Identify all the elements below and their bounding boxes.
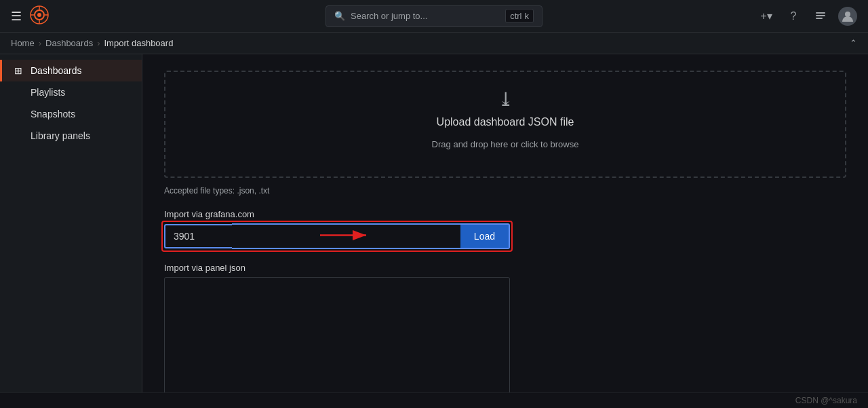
panel-json-label: Import via panel json xyxy=(164,263,846,273)
search-icon: 🔍 xyxy=(334,11,345,21)
sidebar-label-snapshots: Snapshots xyxy=(31,109,75,119)
sidebar: ⊞ Dashboards Playlists Snapshots Library… xyxy=(0,54,142,392)
kbd-modifier: ctrl xyxy=(510,11,521,21)
import-grafana-label: Import via grafana.com xyxy=(164,209,846,219)
topnav: ☰ 🔍 Search or jump to... ctrl k + ▾ ? xyxy=(0,0,868,33)
upload-dropzone[interactable]: ⤓ Upload dashboard JSON file Drag and dr… xyxy=(164,71,846,178)
help-icon[interactable]: ? xyxy=(784,7,803,26)
breadcrumb-sep-2: › xyxy=(97,38,100,48)
sidebar-label-library-panels: Library panels xyxy=(31,130,90,141)
svg-rect-8 xyxy=(816,15,825,16)
upload-title: Upload dashboard JSON file xyxy=(437,116,574,128)
import-load-button[interactable]: Load xyxy=(460,223,510,249)
sidebar-label-dashboards: Dashboards xyxy=(31,65,82,76)
upload-subtitle: Drag and drop here or click to browse xyxy=(432,139,579,149)
import-grafana-input[interactable] xyxy=(164,224,232,248)
plus-button[interactable]: + ▾ xyxy=(757,7,776,26)
sidebar-label-playlists: Playlists xyxy=(31,87,65,98)
panel-json-textarea[interactable] xyxy=(164,277,510,392)
search-kbd: ctrl k xyxy=(505,9,534,23)
news-icon[interactable] xyxy=(811,7,830,26)
import-grafana-section: Import via grafana.com xyxy=(164,209,846,249)
search-placeholder: Search or jump to... xyxy=(351,11,427,21)
svg-rect-9 xyxy=(816,18,823,19)
user-avatar[interactable] xyxy=(838,7,857,26)
sidebar-item-library-panels[interactable]: Library panels xyxy=(0,125,142,147)
kbd-key: k xyxy=(525,11,530,21)
accepted-types-text: Accepted file types: .json, .txt xyxy=(164,186,846,196)
upload-arrow-icon: ⤓ xyxy=(498,88,513,111)
breadcrumb-current: Import dashboard xyxy=(104,38,173,48)
grafana-logo[interactable] xyxy=(30,5,49,26)
footer-text: CSDN @^sakura xyxy=(795,396,857,405)
hamburger-menu[interactable]: ☰ xyxy=(11,9,22,24)
dashboards-icon: ⊞ xyxy=(13,65,24,76)
import-grafana-row: Load xyxy=(164,223,510,249)
footer: CSDN @^sakura xyxy=(0,392,868,408)
svg-rect-7 xyxy=(816,12,825,14)
svg-point-2 xyxy=(37,13,41,17)
arrow-container xyxy=(319,229,373,244)
main-layout: ⊞ Dashboards Playlists Snapshots Library… xyxy=(0,54,868,392)
arrow-icon xyxy=(319,229,373,242)
import-spacer xyxy=(232,223,460,249)
breadcrumb-dashboards[interactable]: Dashboards xyxy=(45,38,93,48)
sidebar-item-snapshots[interactable]: Snapshots xyxy=(0,103,142,125)
breadcrumb-home[interactable]: Home xyxy=(11,38,35,48)
sidebar-item-dashboards[interactable]: ⊞ Dashboards xyxy=(0,60,142,81)
breadcrumb-sep-1: › xyxy=(39,38,41,48)
search-bar[interactable]: 🔍 Search or jump to... ctrl k xyxy=(326,5,542,27)
breadcrumb-collapse-icon[interactable]: ⌃ xyxy=(850,38,857,48)
main-content: ⤓ Upload dashboard JSON file Drag and dr… xyxy=(142,54,868,392)
sidebar-item-playlists[interactable]: Playlists xyxy=(0,81,142,103)
topnav-left: ☰ xyxy=(11,5,49,26)
breadcrumb: Home › Dashboards › Import dashboard ⌃ xyxy=(0,33,868,54)
topnav-right: + ▾ ? xyxy=(757,7,857,26)
panel-json-section: Import via panel json xyxy=(164,263,846,392)
svg-point-10 xyxy=(845,12,850,17)
